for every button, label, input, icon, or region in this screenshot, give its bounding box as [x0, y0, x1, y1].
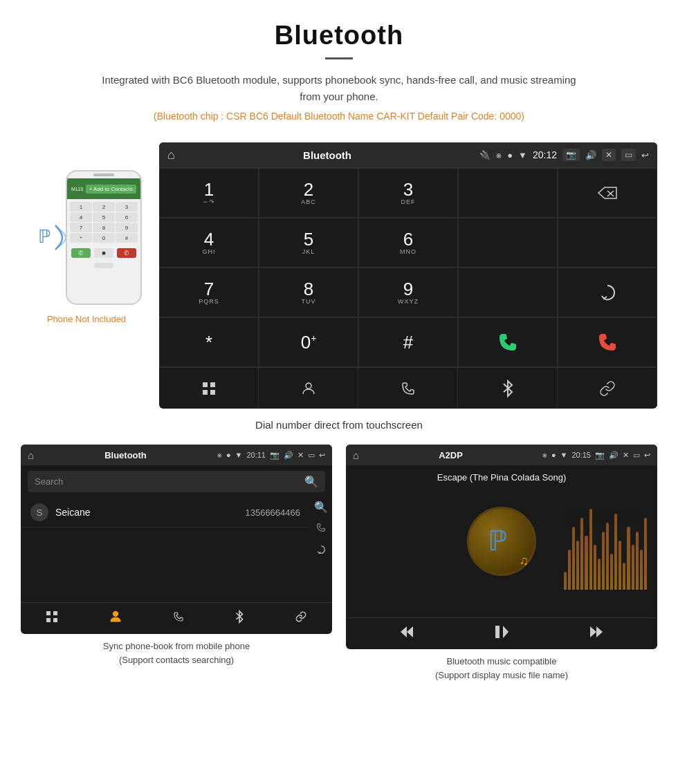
dial-topbar-left: ⌂ [167, 148, 175, 162]
home-icon[interactable]: ⌂ [167, 148, 175, 162]
key-9[interactable]: 9WXYZ [358, 268, 458, 317]
pb-home-icon[interactable]: ⌂ [28, 449, 34, 461]
music-camera-icon[interactable]: 📷 [595, 451, 605, 460]
play-pause-btn[interactable] [494, 624, 509, 643]
backspace-key[interactable] [558, 168, 657, 218]
music-back-icon[interactable]: ↩ [644, 451, 650, 460]
pb-topbar-title: Bluetooth [104, 450, 147, 460]
link-btn[interactable] [558, 368, 657, 409]
pb-grid-icon[interactable] [46, 610, 58, 626]
key-3[interactable]: 3DEF [358, 168, 458, 218]
eq-bar [585, 536, 587, 590]
pb-contact-list: S Seicane 13566664466 [21, 498, 310, 561]
key-5[interactable]: 5JKL [259, 218, 358, 268]
eq-bar [568, 550, 571, 590]
dial-actions [159, 367, 657, 409]
pb-screen-icon[interactable]: ▭ [308, 451, 315, 460]
pb-call-right-icon[interactable] [315, 522, 327, 536]
key-1[interactable]: 1∼↷ [159, 168, 259, 218]
key-2[interactable]: 2ABC [259, 168, 358, 218]
eq-bar [614, 514, 617, 590]
phone-key-6: 6 [116, 212, 138, 222]
key-star[interactable]: * [159, 317, 259, 367]
dial-keypad: 1∼↷ 2ABC 3DEF 4GHI 5JKL [159, 167, 657, 367]
key-7[interactable]: 7PQRS [159, 268, 259, 317]
key-6[interactable]: 6MNO [358, 218, 458, 268]
pb-phone-icon[interactable] [172, 610, 185, 626]
pb-bt-bottom-icon[interactable] [235, 610, 244, 627]
phone-preview: ℙ M123 + Add to Contacts 1 2 3 4 5 6 7 [21, 170, 152, 324]
svg-marker-18 [590, 626, 603, 637]
pb-contact-row[interactable]: S Seicane 13566664466 [21, 498, 310, 528]
pb-contact-number: 13566664466 [245, 507, 300, 518]
close-icon-btn[interactable]: ✕ [602, 149, 616, 161]
pb-topbar: ⌂ Bluetooth ⎈ ● ▼ 20:11 📷 🔊 ✕ ▭ ↩ [21, 445, 332, 465]
pb-search-bar[interactable]: Search 🔍 [28, 471, 325, 492]
eq-bar [619, 541, 621, 590]
music-topbar-left: ⌂ [353, 449, 359, 461]
recent-calls-btn[interactable] [358, 368, 458, 409]
dial-topbar: ⌂ Bluetooth 🔌 ⎈ ● ▼ 20:12 📷 🔊 ✕ ▭ ↩ [159, 142, 657, 167]
eq-bar [580, 518, 583, 590]
eq-bar [606, 523, 609, 590]
svg-rect-12 [53, 618, 57, 622]
pb-contact-area: S Seicane 13566664466 🔍 [21, 498, 332, 561]
pb-person-icon[interactable] [109, 610, 122, 627]
key-0[interactable]: 0+ [259, 317, 358, 367]
music-home-icon[interactable]: ⌂ [353, 449, 359, 461]
grid-view-btn[interactable] [159, 368, 259, 409]
music-screen-icon[interactable]: ▭ [633, 451, 640, 460]
pb-link-bottom-icon[interactable] [295, 610, 307, 626]
pb-spacer [21, 561, 332, 602]
music-volume-icon[interactable]: 🔊 [609, 451, 619, 460]
end-call-key[interactable] [558, 317, 657, 367]
phone-keypad: 1 2 3 4 5 6 7 8 9 * 0 # [67, 199, 140, 245]
bluetooth-signal-icon: ℙ [31, 218, 66, 256]
pb-time: 20:11 [246, 451, 266, 459]
pb-volume-icon[interactable]: 🔊 [284, 451, 293, 460]
music-close-icon[interactable]: ✕ [623, 451, 629, 460]
pb-right-icons: 🔍 [310, 498, 332, 561]
next-track-btn[interactable] [589, 624, 604, 643]
svg-point-8 [306, 383, 311, 389]
add-contacts-btn: + Add to Contacts [86, 185, 136, 194]
eq-bar [589, 509, 592, 590]
bluetooth-icon: ⎈ [496, 150, 502, 160]
svg-marker-15 [401, 626, 413, 637]
key-8[interactable]: 8TUV [259, 268, 358, 317]
eq-bar [564, 572, 567, 590]
main-section: ℙ M123 + Add to Contacts 1 2 3 4 5 6 7 [0, 142, 678, 409]
pb-refresh-right-icon[interactable] [315, 544, 327, 558]
contacts-btn[interactable] [259, 368, 358, 409]
back-icon[interactable]: ↩ [641, 150, 649, 160]
pb-bt-icon: ⎈ [217, 451, 222, 459]
key-4[interactable]: 4GHI [159, 218, 259, 268]
pb-close-icon[interactable]: ✕ [297, 451, 304, 460]
svg-marker-1 [598, 187, 616, 198]
screen-icon-btn[interactable]: ▭ [621, 149, 636, 161]
dial-screen: ⌂ Bluetooth 🔌 ⎈ ● ▼ 20:12 📷 🔊 ✕ ▭ ↩ [159, 142, 657, 409]
key-hash[interactable]: # [358, 317, 458, 367]
pb-camera-icon[interactable]: 📷 [270, 451, 280, 460]
phone-key-hash: # [116, 233, 138, 243]
music-controls [346, 617, 657, 649]
usb-icon: 🔌 [479, 150, 491, 160]
phone-speaker [93, 174, 114, 176]
call-key[interactable] [458, 317, 558, 367]
phone-key-4: 4 [70, 212, 92, 222]
music-song-title: Escape (The Pina Colada Song) [437, 472, 566, 483]
svg-rect-10 [53, 611, 57, 615]
bluetooth-action-btn[interactable] [458, 368, 558, 409]
dial-topbar-right: 🔌 ⎈ ● ▼ 20:12 📷 🔊 ✕ ▭ ↩ [479, 149, 649, 161]
row2-empty2 [558, 218, 657, 268]
camera-icon-btn[interactable]: 📷 [562, 149, 580, 161]
pb-search-right-icon[interactable]: 🔍 [314, 501, 328, 514]
pb-back-icon[interactable]: ↩ [319, 451, 325, 460]
eq-bar [623, 563, 625, 590]
refresh-key[interactable] [558, 268, 657, 317]
prev-track-btn[interactable] [399, 624, 414, 643]
eq-bar [576, 541, 579, 590]
volume-icon[interactable]: 🔊 [585, 150, 596, 160]
eq-bar [610, 554, 613, 590]
eq-bar [602, 532, 605, 590]
